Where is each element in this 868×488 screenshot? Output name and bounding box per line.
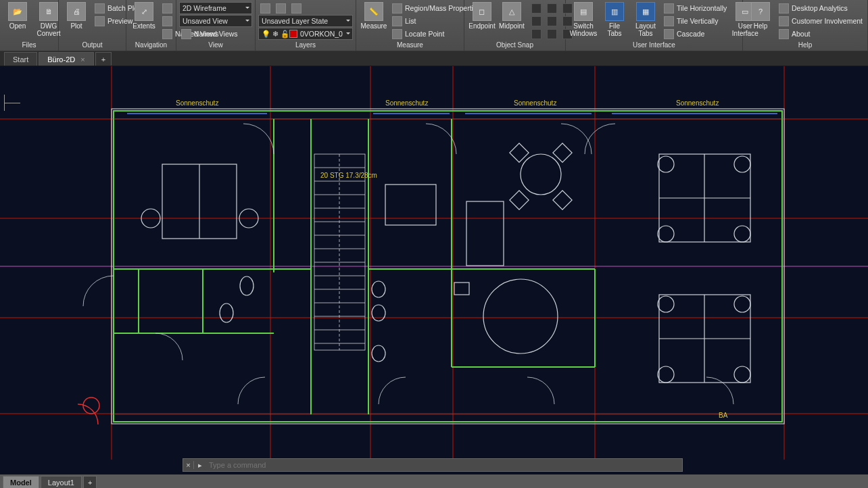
plot-button[interactable]: 🖨 Plot [62, 1, 91, 41]
batch-plot-icon [95, 3, 105, 14]
tile-h-label: Tile Horizontally [677, 4, 727, 12]
view-name-dropdown[interactable]: Unsaved View [179, 15, 252, 27]
locate-point-icon [392, 29, 402, 39]
tab-start[interactable]: Start [4, 52, 37, 66]
endpoint-label: Endpoint [468, 22, 495, 30]
osnap-center[interactable] [529, 2, 544, 14]
intersection-icon [531, 16, 541, 26]
ucs-icon [4, 95, 20, 111]
named-views-row-icon [181, 29, 191, 39]
stair-label: 20 STG 17.3/28cm [320, 172, 377, 179]
osnap-node[interactable] [545, 2, 559, 14]
file-tabs-icon: ▥ [605, 2, 624, 21]
list-label: List [405, 17, 416, 25]
osnap-int[interactable] [529, 15, 544, 27]
extents-button[interactable]: ⤢ Extents [129, 1, 159, 41]
svg-point-77 [372, 305, 385, 321]
svg-rect-57 [510, 191, 529, 210]
measure-button[interactable]: 📏 Measure [359, 1, 389, 41]
visual-style-dropdown[interactable]: 2D Wireframe [179, 2, 252, 14]
osnap-tan[interactable] [545, 28, 559, 40]
open-icon: 📂 [8, 2, 27, 21]
layout-tabs: Model Layout1 + [0, 474, 868, 488]
svg-rect-55 [510, 143, 529, 162]
plot-icon: 🖨 [67, 2, 86, 21]
tab-doc[interactable]: Büro-2D× [39, 52, 93, 66]
panel-title-output: Output [62, 41, 123, 51]
panel-measure: 📏 Measure Region/Mass Properties List Lo… [356, 0, 464, 51]
involvement-button[interactable]: Customer Involvement [777, 15, 865, 27]
mass-prop-icon [392, 3, 402, 14]
layer-lock-icon [291, 3, 302, 14]
tab-layout-new[interactable]: + [83, 476, 97, 488]
layer-state-dropdown[interactable]: Unsaved Layer State [258, 15, 353, 27]
about-label: About [792, 30, 810, 38]
command-bar: × ▸ [183, 458, 683, 472]
tile-v-label: Tile Vertically [677, 17, 718, 25]
close-icon[interactable]: × [80, 55, 85, 64]
tile-vertically-button[interactable]: Tile Vertically [662, 15, 729, 27]
midpoint-button[interactable]: △ Midpoint [497, 1, 527, 40]
named-views-icon [162, 29, 172, 39]
tile-horizontally-button[interactable]: Tile Horizontally [662, 2, 729, 14]
tab-model[interactable]: Model [3, 476, 39, 488]
involvement-label: Customer Involvement [792, 17, 863, 25]
sun-label: Sonnenschutz [676, 99, 719, 107]
drawing-canvas[interactable]: 20 STG 17.3/28cm [0, 66, 868, 460]
extension-icon [547, 16, 557, 26]
extents-icon: ⤢ [135, 2, 153, 21]
panel-ui: ▤ Switch Windows ▥ File Tabs ▦ Layout Ta… [566, 0, 743, 51]
endpoint-button[interactable]: ◻ Endpoint [467, 1, 497, 40]
layout-tabs-button[interactable]: ▦ Layout Tabs [631, 1, 660, 41]
panel-view: 2D Wireframe Unsaved View Named Views Vi… [176, 0, 256, 51]
named-views-row-label: Named Views [194, 30, 238, 38]
panel-output: 🖨 Plot Batch Plot Preview Output [59, 0, 126, 51]
file-tabs-button[interactable]: ▥ File Tabs [600, 1, 629, 41]
layer-off-button[interactable] [258, 2, 272, 14]
tab-layout1-label: Layout1 [48, 479, 74, 487]
svg-point-70 [658, 296, 674, 312]
layer-current-dropdown[interactable]: 💡 ❄ 🔓 0VORKON_0 [258, 28, 353, 40]
switch-windows-button[interactable]: ▤ Switch Windows [569, 1, 598, 41]
layer-lock-button[interactable] [289, 2, 304, 14]
command-close-button[interactable]: × [183, 461, 194, 469]
document-tabs: Start Büro-2D× + [0, 51, 868, 66]
tab-layout1[interactable]: Layout1 [41, 476, 82, 488]
command-prompt-icon: ▸ [194, 461, 206, 470]
osnap-ext[interactable] [545, 15, 559, 27]
panel-files: 📂 Open 🗎 DWG Convert Files [0, 0, 59, 51]
layer-freeze-icon [276, 3, 286, 14]
named-views-row[interactable]: Named Views [179, 28, 252, 40]
layer-color-swatch [289, 30, 297, 38]
tab-new[interactable]: + [95, 52, 112, 66]
sun-label: Sonnenschutz [176, 99, 218, 107]
dwg-convert-icon: 🗎 [39, 2, 58, 21]
layer-off-icon [260, 3, 270, 14]
layer-freeze-button[interactable] [274, 2, 288, 14]
ba-label: BA [719, 412, 728, 419]
ribbon: 📂 Open 🗎 DWG Convert Files 🖨 Plot Batch … [0, 0, 868, 51]
analytics-icon [779, 3, 789, 14]
visual-style-value: 2D Wireframe [183, 4, 226, 12]
about-button[interactable]: About [777, 28, 865, 40]
floorplan-svg: 20 STG 17.3/28cm [0, 66, 868, 460]
open-button[interactable]: 📂 Open [3, 1, 32, 41]
midpoint-icon: △ [502, 2, 521, 21]
osnap-perp[interactable] [529, 28, 544, 40]
tab-start-label: Start [13, 55, 28, 64]
svg-point-59 [483, 279, 558, 353]
locate-point-label: Locate Point [405, 30, 444, 38]
help-button[interactable]: ? Help [746, 1, 775, 41]
perpendicular-icon [531, 29, 541, 39]
help-label: Help [754, 22, 768, 30]
midpoint-label: Midpoint [499, 22, 525, 30]
svg-point-64 [734, 156, 750, 172]
cascade-button[interactable]: Cascade [662, 28, 729, 40]
analytics-button[interactable]: Desktop Analytics [777, 2, 865, 14]
panel-title-layers: Layers [258, 41, 353, 51]
layer-current-value: 0VORKON_0 [300, 30, 343, 38]
help-icon: ? [751, 2, 770, 21]
svg-point-74 [220, 303, 233, 322]
layer-state-value: Unsaved Layer State [262, 17, 328, 25]
command-input[interactable] [206, 461, 682, 469]
